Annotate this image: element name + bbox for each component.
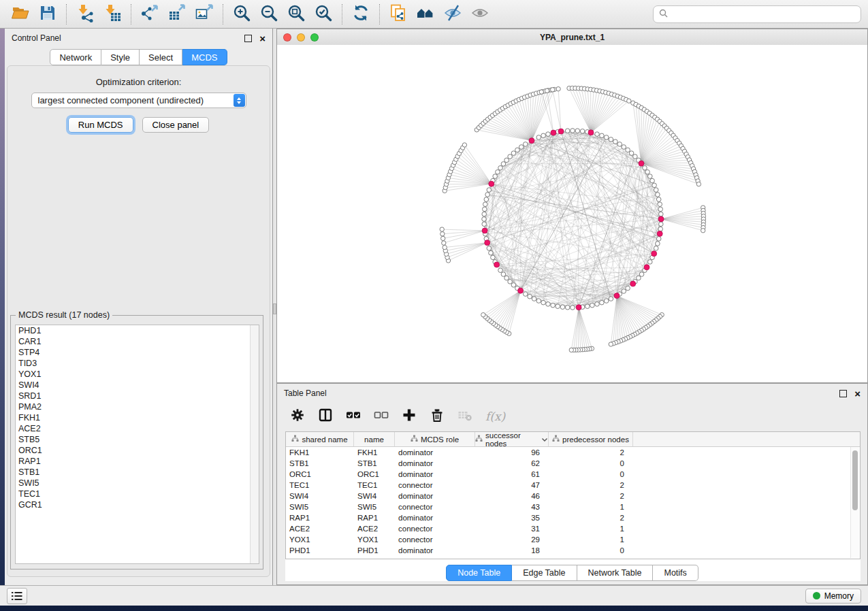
mcds-result-item[interactable]: ORC1 bbox=[16, 445, 259, 456]
import-table-button[interactable] bbox=[99, 2, 126, 27]
cell-predecessor-nodes: 1 bbox=[549, 503, 633, 511]
table-panel-title: Table Panel bbox=[284, 389, 327, 398]
table-row[interactable]: PHD1PHD1dominator180 bbox=[286, 545, 860, 556]
show-columns-icon bbox=[318, 408, 333, 425]
show-all-button[interactable] bbox=[466, 2, 494, 27]
table-row[interactable]: ORC1ORC1dominator610 bbox=[286, 469, 860, 480]
mcds-result-item[interactable]: RAP1 bbox=[16, 456, 259, 467]
cell-successor-nodes: 35 bbox=[475, 514, 549, 522]
delete-columns-button[interactable] bbox=[430, 408, 445, 425]
tab-motifs[interactable]: Motifs bbox=[653, 565, 698, 581]
optimization-criterion-select[interactable]: largest connected component (undirected) bbox=[31, 93, 246, 108]
table-row[interactable]: RAP1RAP1dominator352 bbox=[286, 512, 860, 523]
mcds-result-group: MCDS result (17 nodes) PHD1CAR1STP4TID3Y… bbox=[10, 315, 263, 569]
new-network-from-selection-button[interactable] bbox=[385, 2, 412, 27]
table-row[interactable]: YOX1YOX1connector291 bbox=[286, 534, 860, 545]
tab-network[interactable]: Network bbox=[50, 49, 101, 65]
status-bar: Memory bbox=[0, 585, 868, 606]
import-network-button[interactable] bbox=[71, 2, 99, 27]
mcds-result-item[interactable]: GCR1 bbox=[16, 499, 259, 510]
column-header-predecessor-nodes[interactable]: predecessor nodes bbox=[549, 432, 633, 446]
cell-name: SWI5 bbox=[354, 503, 395, 511]
cell-MCDS-role: dominator bbox=[395, 459, 475, 467]
tab-edge-table[interactable]: Edge Table bbox=[512, 565, 577, 581]
export-table-button[interactable] bbox=[163, 2, 191, 27]
memory-label: Memory bbox=[824, 591, 854, 601]
column-header-name[interactable]: name bbox=[354, 432, 395, 446]
deselect-all-button[interactable] bbox=[374, 408, 389, 425]
cell-MCDS-role: dominator bbox=[395, 514, 475, 522]
mcds-result-item[interactable]: YOX1 bbox=[16, 369, 259, 380]
new-column-button[interactable] bbox=[402, 408, 417, 425]
delete-columns-icon bbox=[430, 408, 445, 425]
zoom-fit-button[interactable] bbox=[283, 2, 310, 27]
table-scrollbar-thumb[interactable] bbox=[852, 450, 858, 510]
tab-node-table[interactable]: Node Table bbox=[446, 565, 512, 581]
table-row[interactable]: FKH1FKH1dominator962 bbox=[286, 447, 860, 458]
mcds-result-item[interactable]: FKH1 bbox=[16, 412, 259, 423]
column-header-shared-name[interactable]: shared name bbox=[286, 432, 354, 446]
first-neighbors-button[interactable] bbox=[412, 2, 439, 27]
mcds-result-item[interactable]: TEC1 bbox=[16, 489, 259, 499]
close-table-panel-icon[interactable]: × bbox=[854, 389, 861, 399]
cell-successor-nodes: 29 bbox=[475, 535, 549, 544]
mcds-result-item[interactable]: SWI4 bbox=[16, 380, 259, 391]
export-network-button[interactable] bbox=[136, 2, 163, 27]
tab-network-table[interactable]: Network Table bbox=[577, 565, 654, 581]
task-history-button[interactable] bbox=[7, 588, 27, 604]
mcds-result-item[interactable]: PHD1 bbox=[16, 325, 259, 336]
network-canvas[interactable] bbox=[277, 45, 867, 382]
float-table-panel-icon[interactable] bbox=[839, 390, 847, 397]
mcds-result-item[interactable]: STB5 bbox=[16, 434, 259, 445]
show-columns-button[interactable] bbox=[318, 408, 333, 425]
mcds-result-item[interactable]: ACE2 bbox=[16, 423, 259, 434]
tab-mcds[interactable]: MCDS bbox=[182, 49, 227, 65]
run-mcds-button[interactable]: Run MCDS bbox=[68, 117, 133, 133]
mcds-result-item[interactable]: CAR1 bbox=[16, 336, 259, 347]
cell-successor-nodes: 62 bbox=[475, 459, 549, 467]
column-header-label: name bbox=[364, 435, 384, 444]
save-session-button[interactable] bbox=[34, 2, 61, 27]
hide-selected-button[interactable] bbox=[439, 2, 466, 27]
mcds-result-item[interactable]: SRD1 bbox=[16, 391, 259, 401]
zoom-out-button[interactable] bbox=[255, 2, 283, 27]
table-row[interactable]: STB1STB1dominator620 bbox=[286, 458, 860, 469]
table-row[interactable]: SWI4SWI4dominator462 bbox=[286, 491, 860, 501]
cell-predecessor-nodes: 0 bbox=[549, 470, 633, 478]
mcds-result-item[interactable]: SWI5 bbox=[16, 478, 259, 489]
table-mode-button[interactable] bbox=[290, 408, 305, 425]
mcds-result-item[interactable]: PMA2 bbox=[16, 401, 259, 412]
network-graph[interactable] bbox=[277, 45, 867, 382]
mcds-list-scrollbar[interactable] bbox=[250, 325, 259, 563]
memory-button[interactable]: Memory bbox=[805, 589, 861, 604]
search-input[interactable] bbox=[672, 9, 855, 20]
tab-style[interactable]: Style bbox=[101, 49, 140, 65]
select-all-button[interactable] bbox=[346, 408, 361, 425]
table-row[interactable]: ACE2ACE2connector311 bbox=[286, 523, 860, 534]
column-header-MCDS-role[interactable]: MCDS role bbox=[395, 432, 475, 446]
apply-preferred-layout-button[interactable] bbox=[347, 2, 374, 27]
zoom-selected-button[interactable] bbox=[310, 2, 337, 27]
minimize-window-traffic-light[interactable] bbox=[297, 33, 305, 42]
export-image-button[interactable] bbox=[191, 2, 218, 27]
table-scrollbar[interactable] bbox=[850, 447, 859, 558]
maximize-window-traffic-light[interactable] bbox=[310, 33, 319, 42]
cell-shared-name: SWI5 bbox=[286, 503, 354, 511]
close-panel-button[interactable]: Close panel bbox=[142, 117, 210, 133]
mcds-result-item[interactable]: TID3 bbox=[16, 358, 259, 369]
cell-predecessor-nodes: 2 bbox=[549, 492, 633, 500]
network-window-titlebar[interactable]: YPA_prune.txt_1 bbox=[277, 29, 867, 46]
mcds-result-item[interactable]: STP4 bbox=[16, 347, 259, 358]
tab-select[interactable]: Select bbox=[140, 49, 182, 65]
close-panel-icon[interactable]: × bbox=[259, 33, 266, 44]
zoom-in-button[interactable] bbox=[228, 2, 255, 27]
table-row[interactable]: SWI5SWI5connector431 bbox=[286, 501, 860, 512]
select-stepper-icon bbox=[234, 94, 245, 107]
open-session-button[interactable] bbox=[7, 2, 34, 27]
table-row[interactable]: TEC1TEC1connector472 bbox=[286, 480, 860, 491]
float-panel-icon[interactable] bbox=[244, 35, 252, 42]
close-window-traffic-light[interactable] bbox=[283, 33, 291, 42]
mcds-result-item[interactable]: STB1 bbox=[16, 467, 259, 478]
search-box[interactable] bbox=[653, 5, 861, 23]
column-header-successor-nodes[interactable]: successor nodes bbox=[475, 432, 549, 446]
